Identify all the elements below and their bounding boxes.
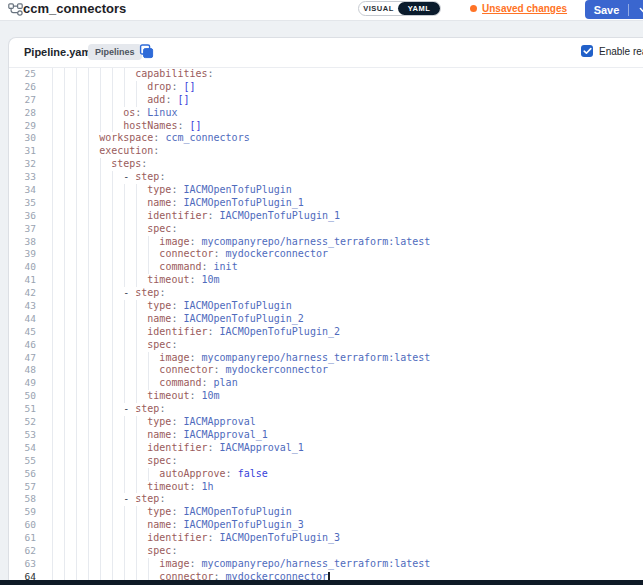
indent-guides (52, 442, 147, 455)
indent-guides (52, 545, 147, 558)
code-line[interactable]: 42- step: (10, 287, 643, 300)
line-number: 49 (10, 377, 45, 390)
code-line[interactable]: 43type: IACMOpenTofuPlugin (10, 300, 643, 313)
code-line[interactable]: 25capabilities: (10, 68, 643, 81)
enable-label: Enable read/ (599, 46, 643, 57)
code-line[interactable]: 56autoApprove: false (10, 468, 643, 481)
code-line[interactable]: 32steps: (10, 158, 643, 171)
page-title: ccm_connectors (23, 1, 126, 16)
code-line[interactable]: 34type: IACMOpenTofuPlugin (10, 184, 643, 197)
yaml-editor[interactable]: 25capabilities:26drop: []27add: []28os: … (10, 68, 643, 585)
code-line[interactable]: 29hostNames: [] (10, 120, 643, 133)
line-number: 50 (10, 390, 45, 403)
indent-guides (52, 416, 147, 429)
chevron-down-icon (638, 5, 643, 15)
line-number: 53 (10, 429, 45, 442)
code-line[interactable]: 62spec: (10, 545, 643, 558)
code-line[interactable]: 31execution: (10, 145, 643, 158)
save-dropdown-button[interactable] (629, 5, 643, 15)
pipeline-icon (8, 2, 23, 20)
indent-guides (52, 558, 159, 571)
bottom-edge-bar (0, 580, 643, 585)
code-line[interactable]: 35name: IACMOpenTofuPlugin_1 (10, 197, 643, 210)
toggle-visual[interactable]: VISUAL (359, 2, 398, 15)
line-number: 34 (10, 184, 45, 197)
indent-guides (52, 481, 147, 494)
code-line[interactable]: 50timeout: 10m (10, 390, 643, 403)
unsaved-dot-icon (470, 5, 477, 12)
indent-guides (52, 197, 147, 210)
toggle-yaml[interactable]: YAML (398, 2, 440, 15)
indent-guides (52, 248, 159, 261)
copy-yaml-button[interactable] (139, 44, 154, 63)
visual-yaml-toggle[interactable]: VISUAL YAML (358, 1, 441, 16)
check-icon (583, 47, 592, 55)
code-line[interactable]: 39connector: mydockerconnector (10, 248, 643, 261)
line-number: 56 (10, 468, 45, 481)
code-line[interactable]: 41timeout: 10m (10, 274, 643, 287)
code-line[interactable]: 48connector: mydockerconnector (10, 364, 643, 377)
file-tab-row: Pipeline.yaml Pipelines Enable read/ (9, 38, 643, 68)
indent-guides (52, 145, 99, 158)
code-line[interactable]: 55spec: (10, 455, 643, 468)
code-line[interactable]: 45identifier: IACMOpenTofuPlugin_2 (10, 326, 643, 339)
line-number: 45 (10, 326, 45, 339)
code-line[interactable]: 59type: IACMOpenTofuPlugin (10, 506, 643, 519)
indent-guides (52, 352, 159, 365)
indent-guides (52, 223, 147, 236)
code-line[interactable]: 33- step: (10, 171, 643, 184)
save-button[interactable]: Save (585, 0, 643, 19)
code-line[interactable]: 57timeout: 1h (10, 481, 643, 494)
indent-guides (52, 326, 147, 339)
line-number: 31 (10, 145, 45, 158)
indent-guides (52, 455, 147, 468)
code-line[interactable]: 61identifier: IACMOpenTofuPlugin_3 (10, 532, 643, 545)
indent-guides (52, 493, 123, 506)
code-line[interactable]: 52type: IACMApproval (10, 416, 643, 429)
unsaved-changes-link[interactable]: Unsaved changes (482, 3, 567, 14)
code-line[interactable]: 40command: init (10, 261, 643, 274)
line-number: 36 (10, 210, 45, 223)
code-line[interactable]: 44name: IACMOpenTofuPlugin_2 (10, 313, 643, 326)
code-line[interactable]: 63image: mycompanyrepo/harness_terraform… (10, 558, 643, 571)
unsaved-changes[interactable]: Unsaved changes (470, 3, 567, 14)
code-line[interactable]: 27add: [] (10, 94, 643, 107)
code-line[interactable]: 60name: IACMOpenTofuPlugin_3 (10, 519, 643, 532)
code-line[interactable]: 37spec: (10, 223, 643, 236)
line-number: 47 (10, 352, 45, 365)
code-line[interactable]: 36identifier: IACMOpenTofuPlugin_1 (10, 210, 643, 223)
indent-guides (52, 171, 123, 184)
code-line[interactable]: 54identifier: IACMApproval_1 (10, 442, 643, 455)
code-line[interactable]: 30workspace: ccm_connectors (10, 132, 643, 145)
line-number: 51 (10, 403, 45, 416)
line-number: 59 (10, 506, 45, 519)
code-line[interactable]: 58- step: (10, 493, 643, 506)
line-number: 29 (10, 120, 45, 133)
indent-guides (52, 158, 111, 171)
code-line[interactable]: 47image: mycompanyrepo/harness_terraform… (10, 352, 643, 365)
code-line[interactable]: 38image: mycompanyrepo/harness_terraform… (10, 236, 643, 249)
code-line[interactable]: 26drop: [] (10, 81, 643, 94)
indent-guides (52, 300, 147, 313)
code-line[interactable]: 46spec: (10, 339, 643, 352)
enable-checkbox[interactable] (581, 45, 593, 57)
line-number: 42 (10, 287, 45, 300)
code-line[interactable]: 49command: plan (10, 377, 643, 390)
code-line[interactable]: 53name: IACMApproval_1 (10, 429, 643, 442)
line-number: 28 (10, 107, 45, 120)
code-line[interactable]: 51- step: (10, 403, 643, 416)
save-button-label[interactable]: Save (585, 4, 628, 16)
indent-guides (52, 339, 147, 352)
line-number: 52 (10, 416, 45, 429)
line-number: 32 (10, 158, 45, 171)
line-number: 48 (10, 364, 45, 377)
line-number: 35 (10, 197, 45, 210)
enable-readonly-toggle[interactable]: Enable read/ (581, 45, 643, 57)
indent-guides (52, 313, 147, 326)
line-number: 55 (10, 455, 45, 468)
line-number: 30 (10, 132, 45, 145)
code-line[interactable]: 28os: Linux (10, 107, 643, 120)
indent-guides (52, 261, 159, 274)
line-number: 26 (10, 81, 45, 94)
indent-guides (52, 107, 123, 120)
